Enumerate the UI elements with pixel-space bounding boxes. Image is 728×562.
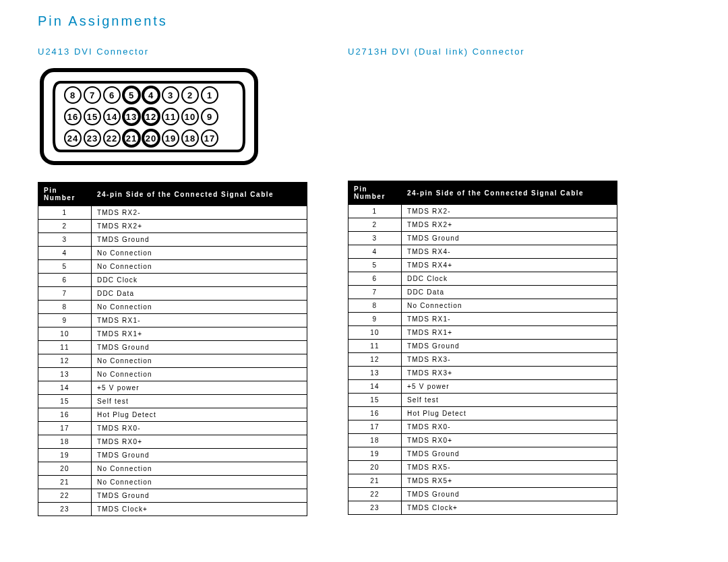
right-pin-number: 23 (348, 501, 402, 515)
table-row: 10TMDS RX1+ (38, 327, 307, 341)
left-subtitle: U2413 DVI Connector (38, 46, 307, 57)
svg-text:24: 24 (67, 133, 78, 144)
svg-text:17: 17 (204, 133, 215, 144)
left-connector-block: U2413 DVI Connector 87654321161514131211… (38, 42, 307, 516)
left-pin-number: 22 (38, 489, 92, 503)
left-pin-number: 21 (38, 476, 92, 489)
right-pin-signal: TMDS Ground (402, 447, 617, 461)
table-row: 23TMDS Clock+ (38, 503, 307, 516)
table-row: 14+5 V power (348, 380, 617, 394)
table-row: 5TMDS RX4+ (348, 259, 617, 272)
table-row: 3TMDS Ground (38, 233, 307, 247)
svg-text:11: 11 (165, 112, 176, 122)
table-row: 18TMDS RX0+ (348, 434, 617, 447)
right-pin-signal: DDC Clock (402, 272, 617, 286)
svg-text:18: 18 (185, 133, 195, 144)
right-pin-number: 11 (348, 340, 402, 353)
svg-text:3: 3 (168, 90, 173, 100)
svg-text:16: 16 (67, 112, 78, 122)
table-row: 20TMDS RX5- (348, 461, 617, 474)
dvi-connector-diagram: 876543211615141312111092423222120191817 (38, 66, 307, 168)
left-pin-signal: TMDS RX2- (92, 206, 307, 220)
table-row: 6DDC Clock (348, 272, 617, 286)
left-pin-number: 8 (38, 301, 92, 314)
right-pin-signal: Self test (402, 394, 617, 407)
svg-text:13: 13 (126, 112, 137, 122)
right-pin-signal: TMDS RX5+ (402, 474, 617, 488)
left-pin-signal: DDC Clock (92, 274, 307, 287)
table-row: 12No Connection (38, 354, 307, 368)
left-header-signal: 24-pin Side of the Connected Signal Cabl… (92, 183, 307, 206)
right-pin-number: 15 (348, 394, 402, 407)
table-row: 1TMDS RX2- (348, 205, 617, 218)
left-pin-number: 19 (38, 449, 92, 462)
right-pin-number: 3 (348, 232, 402, 245)
right-pin-number: 21 (348, 474, 402, 488)
table-row: 17TMDS RX0- (38, 422, 307, 435)
right-pin-number: 8 (348, 299, 402, 313)
left-pin-signal: No Connection (92, 368, 307, 381)
table-row: 21TMDS RX5+ (348, 474, 617, 488)
left-pin-number: 17 (38, 422, 92, 435)
table-row: 7DDC Data (348, 286, 617, 299)
left-pin-number: 15 (38, 395, 92, 408)
table-row: 11TMDS Ground (38, 341, 307, 354)
spacer (348, 66, 617, 181)
left-pin-number: 10 (38, 327, 92, 341)
right-pin-number: 19 (348, 447, 402, 461)
table-row: 15Self test (38, 395, 307, 408)
svg-text:5: 5 (129, 90, 134, 100)
table-row: 2TMDS RX2+ (348, 218, 617, 232)
table-row: 23TMDS Clock+ (348, 501, 617, 515)
table-row: 19TMDS Ground (38, 449, 307, 462)
table-row: 8No Connection (38, 301, 307, 314)
left-pin-signal: Self test (92, 395, 307, 408)
right-pin-signal: TMDS RX0- (402, 420, 617, 434)
right-pin-number: 18 (348, 434, 402, 447)
left-pin-signal: TMDS RX2+ (92, 220, 307, 233)
right-pin-signal: TMDS RX4- (402, 245, 617, 259)
svg-text:9: 9 (207, 112, 212, 122)
left-pin-table: Pin Number 24-pin Side of the Connected … (38, 182, 307, 516)
svg-text:23: 23 (87, 133, 98, 144)
svg-text:14: 14 (107, 112, 117, 122)
right-pin-signal: TMDS Clock+ (402, 501, 617, 515)
right-pin-number: 10 (348, 326, 402, 340)
table-row: 9TMDS RX1- (348, 313, 617, 326)
right-pin-signal: +5 V power (402, 380, 617, 394)
left-pin-number: 14 (38, 381, 92, 395)
left-pin-number: 4 (38, 247, 92, 260)
page-title: Pin Assignments (38, 13, 690, 29)
svg-text:21: 21 (126, 133, 137, 144)
table-row: 3TMDS Ground (348, 232, 617, 245)
left-pin-number: 3 (38, 233, 92, 247)
right-pin-number: 1 (348, 205, 402, 218)
svg-text:15: 15 (87, 112, 98, 122)
table-row: 14+5 V power (38, 381, 307, 395)
left-pin-number: 16 (38, 408, 92, 422)
table-row: 20No Connection (38, 462, 307, 476)
right-pin-signal: DDC Data (402, 286, 617, 299)
right-pin-signal: TMDS RX1- (402, 313, 617, 326)
left-pin-number: 1 (38, 206, 92, 220)
svg-text:22: 22 (107, 133, 117, 144)
table-row: 19TMDS Ground (348, 447, 617, 461)
right-header-signal: 24-pin Side of the Connected Signal Cabl… (402, 181, 617, 205)
right-pin-number: 22 (348, 488, 402, 501)
svg-text:1: 1 (207, 90, 212, 100)
left-pin-number: 18 (38, 435, 92, 449)
left-pin-signal: DDC Data (92, 287, 307, 301)
left-pin-number: 12 (38, 354, 92, 368)
table-row: 4TMDS RX4- (348, 245, 617, 259)
right-pin-signal: TMDS RX0+ (402, 434, 617, 447)
right-subtitle: U2713H DVI (Dual link) Connector (348, 46, 617, 57)
right-pin-number: 12 (348, 353, 402, 367)
left-pin-signal: No Connection (92, 462, 307, 476)
right-pin-number: 9 (348, 313, 402, 326)
svg-text:12: 12 (146, 112, 156, 122)
right-pin-signal: TMDS RX4+ (402, 259, 617, 272)
left-pin-number: 7 (38, 287, 92, 301)
table-row: 16Hot Plug Detect (38, 408, 307, 422)
left-header-pin: Pin Number (38, 183, 92, 206)
table-row: 15Self test (348, 394, 617, 407)
